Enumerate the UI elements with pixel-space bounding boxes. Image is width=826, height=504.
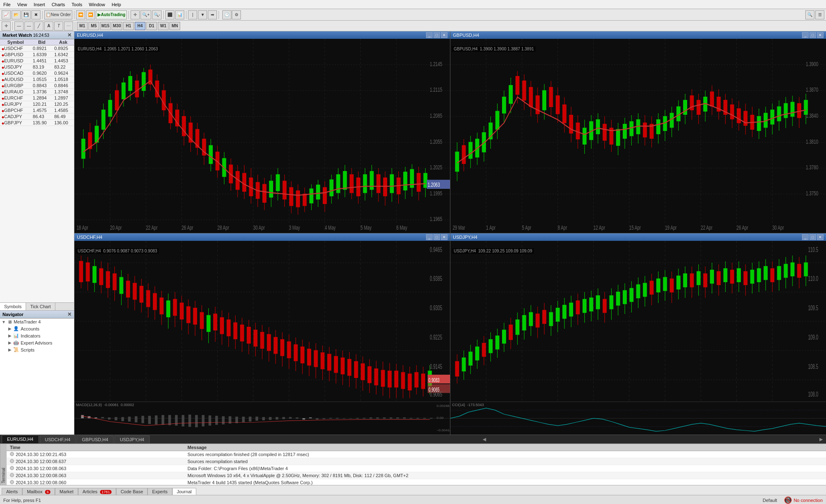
tf-h1[interactable]: H1	[123, 22, 134, 30]
tab-tick-chart[interactable]: Tick Chart	[26, 303, 55, 310]
arrow-button[interactable]: ➡	[208, 10, 217, 19]
status-tab-alerts[interactable]: Alerts	[2, 488, 22, 495]
chart-usdjpy-maximize[interactable]: □	[809, 234, 816, 240]
menu-help[interactable]: Help	[108, 1, 124, 8]
market-row[interactable]: ◆GBPJPY 135.90 136.00	[0, 120, 74, 126]
tf-d1[interactable]: D1	[146, 22, 157, 30]
market-row[interactable]: ◆AUDUSD 1.0515 1.0518	[0, 76, 74, 83]
menu-window[interactable]: Window	[86, 1, 108, 8]
draw-trend[interactable]: ╱	[34, 21, 43, 31]
chart-eurusd-minimize[interactable]: _	[426, 32, 433, 38]
tf-mn[interactable]: MN	[169, 22, 180, 30]
chart-eurusd-maximize[interactable]: □	[433, 32, 440, 38]
tf-m5[interactable]: M5	[88, 22, 99, 30]
tf-h4[interactable]: H4	[135, 22, 145, 30]
chart-usdchf-minimize[interactable]: _	[426, 234, 433, 240]
nav-item-ea[interactable]: ▶ 🤖 Expert Advisors	[0, 339, 74, 346]
market-row[interactable]: ◆GBPUSD 1.6339 1.6342	[0, 52, 74, 58]
market-row[interactable]: ◆USDJPY 83.19 83.22	[0, 64, 74, 70]
market-row[interactable]: ◆EURCHF 1.2894 1.2897	[0, 95, 74, 101]
tab-symbols[interactable]: Symbols	[0, 303, 26, 310]
nav-expand-mt4[interactable]: ▼	[2, 320, 6, 324]
period-sep-button[interactable]: |	[188, 10, 197, 19]
nav-item-mt4[interactable]: ▼ 🖥 MetaTrader 4	[0, 319, 74, 325]
navigator-close[interactable]: ✕	[67, 311, 71, 317]
nav-expand-indicators[interactable]: ▶	[8, 333, 12, 338]
nav-expand-scripts[interactable]: ▶	[8, 347, 12, 352]
new-order-button[interactable]: 📋 New Order	[44, 10, 72, 19]
forward-button[interactable]: ⏩	[86, 10, 95, 19]
chart-tab-gbpusd[interactable]: GBPUSD,H4	[76, 435, 114, 443]
terminal-log-table[interactable]: Time Message 2024.10.30 12:00:21.453 Sou…	[7, 444, 826, 485]
status-tab-market[interactable]: Market	[55, 488, 78, 495]
market-row[interactable]: ◆EURGBP 0.8843 0.8846	[0, 83, 74, 89]
autotrading-button[interactable]: ▶ AutoTrading	[96, 10, 127, 19]
draw-text[interactable]: A	[44, 21, 53, 31]
chart-usdjpy-minimize[interactable]: _	[802, 234, 809, 240]
chart-gbpusd-minimize[interactable]: _	[802, 32, 809, 38]
chart-usdjpy-close[interactable]: ✕	[817, 234, 824, 240]
clock-button[interactable]: 🕐	[222, 10, 231, 19]
settings-button[interactable]: ☰	[815, 10, 824, 19]
crosshair-button[interactable]: ✛	[131, 10, 140, 19]
menu-charts[interactable]: Charts	[48, 1, 68, 8]
menu-insert[interactable]: Insert	[30, 1, 48, 8]
chart-gbpusd-close[interactable]: ✕	[817, 32, 824, 38]
tf-m1[interactable]: M1	[77, 22, 88, 30]
nav-item-accounts[interactable]: ▶ 👤 Accounts	[0, 325, 74, 332]
chart-usdchf-maximize[interactable]: □	[433, 234, 440, 240]
nav-expand-accounts[interactable]: ▶	[8, 326, 12, 331]
market-row[interactable]: ◆EURJPY 120.21 120.25	[0, 101, 74, 107]
open-button[interactable]: 📂	[12, 10, 21, 19]
draw-crosshair[interactable]: ✛	[2, 21, 11, 31]
chart-eurusd-body[interactable]: EURUSD,H4 1.2065 1.2071 1.2060 1.2063	[74, 39, 450, 233]
draw-label[interactable]: T	[54, 21, 63, 31]
nav-item-indicators[interactable]: ▶ 📊 Indicators	[0, 332, 74, 339]
market-row[interactable]: ◆GBPCHF 1.4575 1.4585	[0, 107, 74, 114]
chart-tab-eurusd[interactable]: EURUSD,H4	[2, 435, 39, 443]
status-tab-codebase[interactable]: Code Base	[116, 488, 148, 495]
status-tab-mailbox[interactable]: Mailbox 6	[22, 488, 55, 495]
objects-button[interactable]: ⬛	[165, 10, 174, 19]
chart-usdchf-close[interactable]: ✕	[441, 234, 448, 240]
menu-view[interactable]: View	[14, 1, 31, 8]
chart-eurusd-close[interactable]: ✕	[441, 32, 448, 38]
chart-usdjpy-body[interactable]: USDJPY,H4 109.22 109.25 109.09 109.09	[450, 241, 826, 435]
chart-tabs-nav-right[interactable]: ▶	[818, 437, 824, 442]
chart-tab-usdjpy[interactable]: USDJPY,H4	[114, 435, 150, 443]
chart-gbpusd-maximize[interactable]: □	[809, 32, 816, 38]
history-button[interactable]: ⏪	[76, 10, 85, 19]
chart-gbpusd-body[interactable]: GBPUSD,H4 1.3900 1.3900 1.3887 1.3891	[450, 39, 826, 233]
market-row[interactable]: ◆EURAUD 1.3736 1.3748	[0, 89, 74, 95]
status-tab-articles[interactable]: Articles 1781	[78, 488, 116, 495]
tf-m30[interactable]: M30	[112, 22, 122, 30]
market-watch-close[interactable]: ✕	[67, 32, 71, 38]
nav-expand-ea[interactable]: ▶	[8, 340, 12, 345]
chart-tabs-nav-left[interactable]: ◀	[481, 437, 488, 442]
market-row[interactable]: ◆CADJPY 86.43 86.49	[0, 114, 74, 120]
tf-m15[interactable]: M15	[100, 22, 111, 30]
menu-file[interactable]: File	[0, 1, 14, 8]
zoom-out-button[interactable]: 🔍-	[152, 10, 162, 19]
navigator-scroll[interactable]: ▼ 🖥 MetaTrader 4 ▶ 👤 Accounts ▶ 📊 Indica…	[0, 319, 74, 435]
status-tab-journal[interactable]: Journal	[172, 488, 196, 495]
status-tab-experts[interactable]: Experts	[148, 488, 172, 495]
market-watch-scroll[interactable]: Symbol Bid Ask ◆USDCHF 0.8921 0.8925 ◆GB…	[0, 39, 74, 302]
market-row[interactable]: ◆EURUSD 1.4451 1.4453	[0, 58, 74, 64]
search-button[interactable]: 🔍	[805, 10, 814, 19]
zoom-in-button[interactable]: 🔍+	[140, 10, 151, 19]
draw-hline[interactable]: —	[24, 21, 33, 31]
market-row[interactable]: ◆USDCAD 0.9620 0.9624	[0, 70, 74, 76]
draw-line[interactable]: —	[14, 21, 24, 31]
menu-tools[interactable]: Tools	[68, 1, 86, 8]
chart-usdchf-body[interactable]: USDCHF,H4 0.9076 0.9087 0.9073 0.9083	[74, 241, 450, 435]
tf-w1[interactable]: W1	[158, 22, 169, 30]
draw-more[interactable]: ⋯	[64, 21, 73, 31]
period-down-button[interactable]: ▼	[198, 10, 207, 19]
options-button[interactable]: ⚙	[232, 10, 241, 19]
new-chart-button[interactable]: 📈	[2, 10, 11, 19]
chart-tab-usdchf[interactable]: USDCHF,H4	[40, 435, 76, 443]
terminal-side-label[interactable]: Terminal	[0, 444, 7, 485]
save-button[interactable]: 💾	[21, 10, 31, 19]
nav-item-scripts[interactable]: ▶ 📜 Scripts	[0, 346, 74, 353]
